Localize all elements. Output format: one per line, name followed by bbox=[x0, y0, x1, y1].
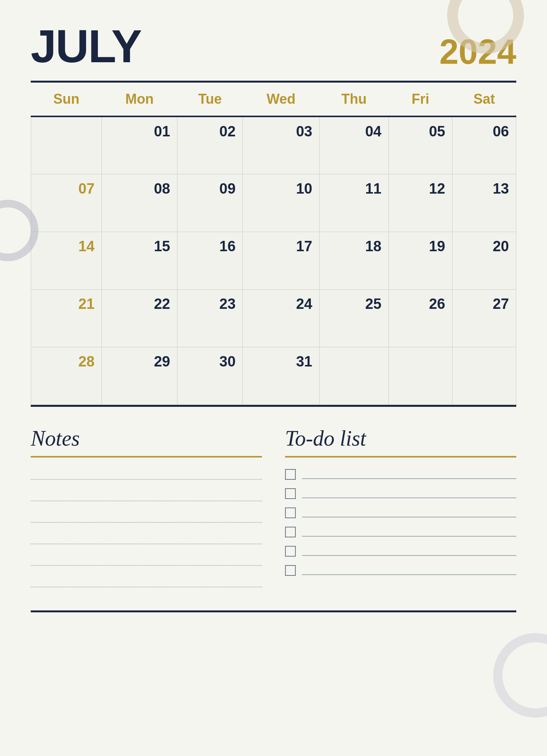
day-number-31: 31 bbox=[250, 353, 312, 370]
calendar-cell-4-3[interactable]: 23 bbox=[177, 289, 243, 347]
day-number-23: 23 bbox=[184, 296, 235, 312]
todo-line-3[interactable] bbox=[302, 508, 516, 517]
calendar-cell-4-6[interactable]: 26 bbox=[388, 289, 452, 347]
calendar-cell-5-7[interactable] bbox=[452, 347, 516, 405]
calendar-cell-5-3[interactable]: 30 bbox=[177, 347, 243, 405]
calendar-cell-4-2[interactable]: 22 bbox=[102, 289, 177, 347]
calendar-week-2: 07080910111213 bbox=[31, 174, 516, 232]
calendar-cell-4-5[interactable]: 25 bbox=[319, 289, 388, 347]
calendar-cell-1-6[interactable]: 05 bbox=[388, 116, 452, 174]
todo-checkbox-1[interactable] bbox=[285, 469, 296, 480]
todo-checkbox-3[interactable] bbox=[285, 507, 296, 518]
todo-line-2[interactable] bbox=[302, 489, 516, 498]
calendar-cell-4-7[interactable]: 27 bbox=[452, 289, 516, 347]
calendar-cell-2-5[interactable]: 11 bbox=[319, 174, 388, 232]
calendar-container: Sun Mon Tue Wed Thu Fri Sat 010203040506… bbox=[31, 81, 516, 407]
calendar-cell-5-6[interactable] bbox=[388, 347, 452, 405]
day-number-17: 17 bbox=[250, 238, 312, 255]
todo-line-4[interactable] bbox=[302, 527, 516, 537]
header-sat: Sat bbox=[452, 83, 516, 116]
note-line-6[interactable] bbox=[31, 577, 262, 587]
day-number-02: 02 bbox=[184, 123, 235, 140]
calendar-body: 0102030405060708091011121314151617181920… bbox=[31, 116, 516, 405]
todo-item-1 bbox=[285, 469, 516, 480]
day-number-10: 10 bbox=[250, 181, 312, 197]
calendar-cell-1-4[interactable]: 03 bbox=[243, 116, 320, 174]
days-header-row: Sun Mon Tue Wed Thu Fri Sat bbox=[31, 83, 516, 116]
day-number-07: 07 bbox=[38, 181, 94, 197]
todo-line-6[interactable] bbox=[302, 566, 516, 575]
day-number-28: 28 bbox=[38, 353, 94, 370]
header-tue: Tue bbox=[177, 83, 243, 116]
header-sun: Sun bbox=[31, 83, 102, 116]
note-line-1[interactable] bbox=[31, 469, 262, 480]
notes-section: Notes bbox=[31, 426, 262, 587]
note-line-5[interactable] bbox=[31, 555, 262, 566]
day-number-21: 21 bbox=[38, 296, 94, 312]
calendar-cell-3-6[interactable]: 19 bbox=[388, 232, 452, 289]
day-number-25: 25 bbox=[327, 296, 381, 312]
day-number-01: 01 bbox=[109, 123, 170, 140]
day-number-16: 16 bbox=[184, 238, 235, 255]
calendar-cell-3-7[interactable]: 20 bbox=[452, 232, 516, 289]
day-number-30: 30 bbox=[184, 353, 235, 370]
todo-item-5 bbox=[285, 546, 516, 557]
day-number-19: 19 bbox=[396, 238, 445, 255]
note-line-4[interactable] bbox=[31, 534, 262, 544]
todo-checkbox-5[interactable] bbox=[285, 546, 296, 557]
calendar-cell-3-3[interactable]: 16 bbox=[177, 232, 243, 289]
calendar-cell-1-2[interactable]: 01 bbox=[102, 116, 177, 174]
todo-item-3 bbox=[285, 507, 516, 518]
calendar-cell-2-4[interactable]: 10 bbox=[243, 174, 320, 232]
todo-underline bbox=[285, 456, 516, 458]
calendar-cell-3-1[interactable]: 14 bbox=[31, 232, 102, 289]
day-number-15: 15 bbox=[109, 238, 170, 255]
day-number-14: 14 bbox=[38, 238, 94, 255]
calendar-cell-1-3[interactable]: 02 bbox=[177, 116, 243, 174]
header-thu: Thu bbox=[319, 83, 388, 116]
calendar-week-3: 14151617181920 bbox=[31, 232, 516, 289]
calendar-cell-1-7[interactable]: 06 bbox=[452, 116, 516, 174]
calendar-cell-5-5[interactable] bbox=[319, 347, 388, 405]
day-number-09: 09 bbox=[184, 181, 235, 197]
day-number-29: 29 bbox=[109, 353, 170, 370]
calendar-cell-4-4[interactable]: 24 bbox=[243, 289, 320, 347]
calendar-cell-2-2[interactable]: 08 bbox=[102, 174, 177, 232]
calendar-cell-5-4[interactable]: 31 bbox=[243, 347, 320, 405]
calendar-cell-2-6[interactable]: 12 bbox=[388, 174, 452, 232]
notes-title: Notes bbox=[31, 426, 262, 451]
header-wed: Wed bbox=[243, 83, 320, 116]
notes-underline bbox=[31, 456, 262, 458]
calendar-cell-2-3[interactable]: 09 bbox=[177, 174, 243, 232]
calendar-cell-3-2[interactable]: 15 bbox=[102, 232, 177, 289]
day-number-04: 04 bbox=[327, 123, 381, 140]
day-number-05: 05 bbox=[396, 123, 445, 140]
todo-checkbox-4[interactable] bbox=[285, 527, 296, 537]
todo-checkbox-6[interactable] bbox=[285, 565, 296, 576]
calendar-cell-2-1[interactable]: 07 bbox=[31, 174, 102, 232]
calendar-cell-2-7[interactable]: 13 bbox=[452, 174, 516, 232]
todo-item-6 bbox=[285, 565, 516, 576]
todo-items bbox=[285, 469, 516, 576]
calendar-header: JULY 2024 bbox=[31, 23, 516, 69]
calendar-cell-3-4[interactable]: 17 bbox=[243, 232, 320, 289]
deco-circle-bottom-right bbox=[493, 633, 547, 718]
day-number-26: 26 bbox=[396, 296, 445, 312]
calendar-cell-5-1[interactable]: 28 bbox=[31, 347, 102, 405]
todo-line-5[interactable] bbox=[302, 547, 516, 556]
todo-line-1[interactable] bbox=[302, 470, 516, 479]
calendar-cell-3-5[interactable]: 18 bbox=[319, 232, 388, 289]
calendar-cell-5-2[interactable]: 29 bbox=[102, 347, 177, 405]
calendar-cell-1-5[interactable]: 04 bbox=[319, 116, 388, 174]
todo-checkbox-2[interactable] bbox=[285, 488, 296, 499]
day-number-20: 20 bbox=[459, 238, 509, 255]
header-fri: Fri bbox=[388, 83, 452, 116]
month-title: JULY bbox=[31, 23, 141, 69]
note-line-2[interactable] bbox=[31, 491, 262, 501]
bottom-section: Notes To-do list bbox=[31, 426, 516, 587]
calendar-cell-4-1[interactable]: 21 bbox=[31, 289, 102, 347]
calendar-cell-1-1[interactable] bbox=[31, 116, 102, 174]
note-line-3[interactable] bbox=[31, 512, 262, 523]
day-number-13: 13 bbox=[459, 181, 509, 197]
calendar-week-1: 010203040506 bbox=[31, 116, 516, 174]
